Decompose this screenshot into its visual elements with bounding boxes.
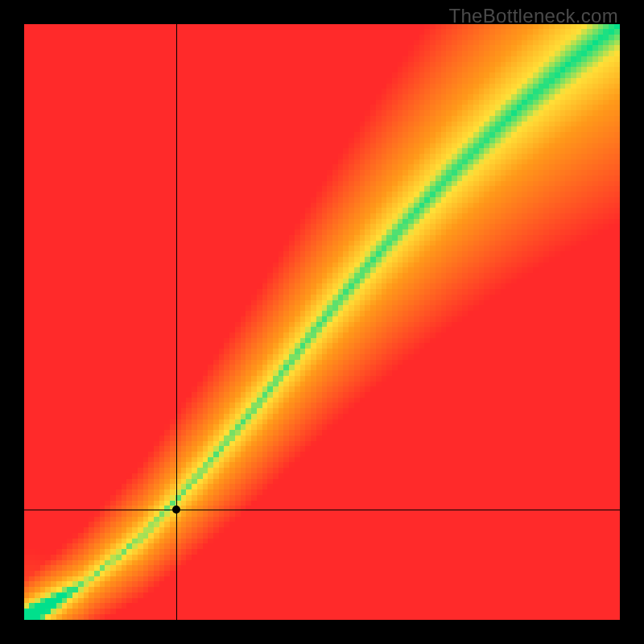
chart-frame: TheBottleneck.com	[0, 0, 644, 644]
crosshair-horizontal	[24, 510, 620, 510]
heatmap-canvas	[24, 24, 620, 620]
crosshair-vertical	[176, 24, 177, 620]
selection-marker	[172, 506, 180, 514]
